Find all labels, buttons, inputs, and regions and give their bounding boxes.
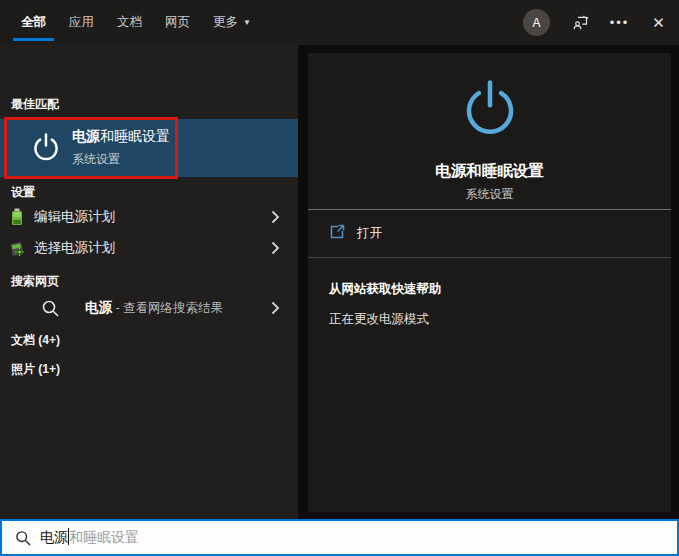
settings-header: 设置	[0, 184, 35, 201]
tab-web[interactable]: 网页	[165, 0, 190, 45]
chevron-right-icon[interactable]	[271, 301, 280, 315]
search-suggestion-text: 和睡眠设置	[69, 529, 139, 547]
rest-text: 和睡眠设置	[100, 128, 170, 144]
quick-help-header: 从网站获取快速帮助	[329, 281, 442, 298]
close-icon[interactable]: ✕	[650, 14, 667, 31]
search-typed-text: 电源	[40, 529, 68, 547]
search-icon	[15, 530, 31, 546]
tab-all[interactable]: 全部	[21, 0, 46, 45]
windows-search-panel: 全部 应用 文档 网页 更多 ▼ A ••• ✕ 最佳匹	[0, 0, 679, 556]
quick-help-item[interactable]: 正在更改电源模式	[329, 311, 429, 328]
user-avatar[interactable]: A	[523, 9, 550, 36]
divider	[308, 257, 671, 258]
matched-text: 电源	[72, 128, 100, 144]
search-icon	[41, 299, 60, 318]
documents-group-header[interactable]: 文档 (4+)	[0, 332, 60, 349]
search-web-header: 搜索网页	[0, 273, 59, 290]
result-label: 编辑电源计划	[34, 208, 115, 226]
open-action[interactable]: 打开	[308, 219, 671, 247]
best-match-subtitle: 系统设置	[72, 151, 170, 168]
preview-region: 电源和睡眠设置 系统设置 打开 从网站获取快速帮助 正在更改电源模式	[298, 45, 679, 519]
tab-more[interactable]: 更多 ▼	[213, 0, 251, 45]
best-match-title: 电源和睡眠设置	[72, 128, 170, 146]
result-label: 选择电源计划	[34, 239, 115, 257]
preview-card: 电源和睡眠设置 系统设置 打开 从网站获取快速帮助 正在更改电源模式	[308, 53, 671, 512]
chevron-right-icon[interactable]	[271, 241, 280, 255]
best-match-result[interactable]: 电源和睡眠设置 系统设置	[0, 119, 298, 177]
result-web-search[interactable]: 电源 - 查看网络搜索结果	[0, 293, 298, 323]
chevron-down-icon: ▼	[243, 18, 251, 27]
chevron-right-icon[interactable]	[271, 210, 280, 224]
battery-icon	[10, 208, 24, 226]
divider	[308, 209, 671, 210]
topbar-icons: A ••• ✕	[523, 0, 667, 45]
open-external-icon	[329, 224, 345, 240]
battery-settings-icon	[10, 239, 24, 257]
result-label: 电源 - 查看网络搜索结果	[85, 299, 223, 317]
rest-text: - 查看网络搜索结果	[112, 301, 223, 315]
photos-group-header[interactable]: 照片 (1+)	[0, 361, 60, 378]
more-options-icon[interactable]: •••	[611, 14, 628, 31]
open-label: 打开	[357, 225, 382, 242]
tab-documents[interactable]: 文档	[117, 0, 142, 45]
results-panel: 最佳匹配 电源和睡眠设置 系统设置 设置	[0, 45, 298, 519]
search-input[interactable]: 电源和睡眠设置	[0, 519, 679, 556]
result-choose-power-plan[interactable]: 选择电源计划	[0, 233, 298, 263]
feedback-icon[interactable]	[572, 14, 589, 31]
preview-subtitle: 系统设置	[308, 186, 671, 203]
filter-tabs: 全部 应用 文档 网页 更多 ▼	[0, 0, 251, 45]
tab-more-label: 更多	[213, 14, 238, 31]
preview-title: 电源和睡眠设置	[308, 161, 671, 182]
power-icon	[31, 132, 61, 164]
best-match-text: 电源和睡眠设置 系统设置	[72, 128, 170, 168]
best-match-header: 最佳匹配	[0, 96, 298, 113]
matched-text: 电源	[85, 300, 112, 315]
result-edit-power-plan[interactable]: 编辑电源计划	[0, 202, 298, 232]
filter-tab-bar: 全部 应用 文档 网页 更多 ▼ A ••• ✕	[0, 0, 679, 45]
tab-apps[interactable]: 应用	[69, 0, 94, 45]
power-hero-icon	[461, 79, 519, 141]
